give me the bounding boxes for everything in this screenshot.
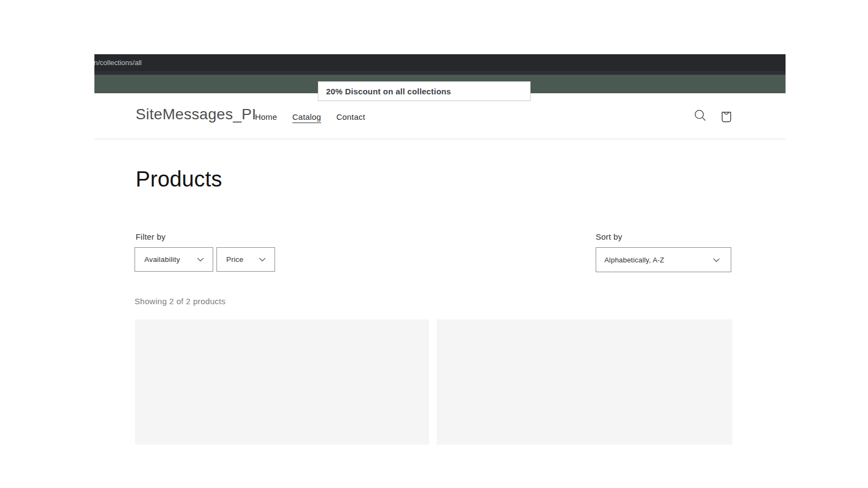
browser-chrome-strip xyxy=(94,71,786,75)
discount-tooltip: 20% Discount on all collections xyxy=(318,81,531,101)
nav-link-home[interactable]: Home xyxy=(255,112,277,121)
sort-selected-value: Alphabetically, A-Z xyxy=(604,256,665,264)
product-card-placeholder[interactable] xyxy=(437,319,732,445)
cart-icon[interactable] xyxy=(719,109,733,123)
browser-address-bar[interactable]: n/collections/all xyxy=(94,54,786,71)
filter-price-label: Price xyxy=(226,255,244,264)
chevron-down-icon xyxy=(259,255,266,264)
storefront-page: n/collections/all 20% Discount on all co… xyxy=(0,0,868,488)
filter-price-dropdown[interactable]: Price xyxy=(216,247,275,272)
chevron-down-icon xyxy=(713,256,720,264)
discount-tooltip-text: 20% Discount on all collections xyxy=(326,87,451,96)
nav-link-catalog[interactable]: Catalog xyxy=(292,112,321,121)
page-title: Products xyxy=(136,167,222,191)
search-icon[interactable] xyxy=(693,108,707,123)
store-logo[interactable]: SiteMessages_PI xyxy=(136,106,256,123)
results-summary: Showing 2 of 2 products xyxy=(135,297,226,306)
filter-by-label: Filter by xyxy=(136,232,165,241)
nav-link-contact[interactable]: Contact xyxy=(336,112,365,121)
sort-by-label: Sort by xyxy=(596,232,622,241)
filter-availability-label: Availability xyxy=(144,255,180,264)
address-url-text: n/collections/all xyxy=(94,59,142,67)
main-nav: Home Catalog Contact xyxy=(255,112,365,121)
sort-dropdown[interactable]: Alphabetically, A-Z xyxy=(596,247,731,272)
product-card-placeholder[interactable] xyxy=(135,319,429,445)
filter-availability-dropdown[interactable]: Availability xyxy=(135,247,213,272)
chevron-down-icon xyxy=(197,255,204,264)
